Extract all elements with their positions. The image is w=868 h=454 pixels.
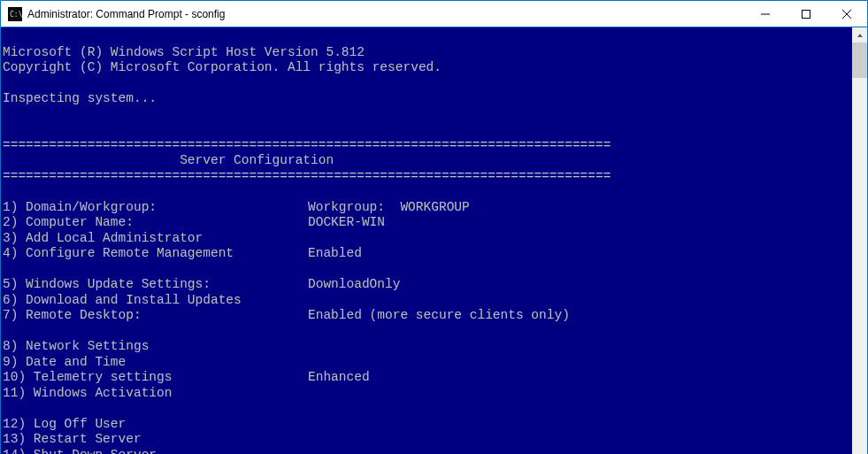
menu-item: 8) Network Settings (3, 339, 850, 355)
banner-rule: ========================================… (3, 138, 611, 154)
vertical-scrollbar[interactable] (852, 27, 867, 454)
window-frame: C:\ Administrator: Command Prompt - scon… (0, 0, 868, 454)
scroll-thumb[interactable] (852, 42, 867, 78)
banner-rule: ========================================… (3, 169, 611, 185)
menu-item: 2) Computer Name:DOCKER-WIN (3, 215, 850, 231)
menu-list: 1) Domain/Workgroup:Workgroup: WORKGROUP… (3, 200, 850, 455)
menu-item: 5) Windows Update Settings:DownloadOnly (3, 277, 850, 293)
menu-item-value: Enhanced (308, 370, 370, 384)
banner-title: Server Configuration (3, 153, 334, 169)
window-title: Administrator: Command Prompt - sconfig (27, 8, 225, 20)
menu-item: 13) Restart Server (3, 432, 850, 448)
client-area: Microsoft (R) Windows Script Host Versio… (1, 27, 867, 454)
menu-item: 9) Date and Time (3, 355, 850, 371)
menu-item-label: 7) Remote Desktop: (3, 308, 308, 324)
menu-item: 12) Log Off User (3, 417, 850, 433)
menu-item-label: 6) Download and Install Updates (3, 293, 308, 309)
menu-item: 6) Download and Install Updates (3, 293, 850, 309)
menu-item (3, 262, 850, 278)
menu-item-label: 13) Restart Server (3, 432, 308, 448)
menu-item-value: DownloadOnly (308, 277, 400, 291)
menu-item-label: 8) Network Settings (3, 339, 308, 355)
menu-item-value: Enabled (more secure clients only) (308, 308, 570, 322)
menu-item-value: Enabled (308, 246, 362, 260)
menu-item-label: 12) Log Off User (3, 417, 308, 433)
menu-item: 7) Remote Desktop:Enabled (more secure c… (3, 308, 850, 324)
menu-item: 3) Add Local Administrator (3, 231, 850, 247)
close-button[interactable] (826, 1, 867, 27)
minimize-button[interactable] (745, 1, 786, 27)
menu-item-label: 1) Domain/Workgroup: (3, 200, 308, 216)
header-line: Copyright (C) Microsoft Corporation. All… (3, 60, 442, 76)
svg-text:C:\: C:\ (10, 11, 22, 19)
menu-item: 10) Telemetry settingsEnhanced (3, 370, 850, 386)
menu-item: 14) Shut Down Server (3, 448, 850, 455)
header-line: Microsoft (R) Windows Script Host Versio… (3, 45, 365, 61)
menu-item-label: 5) Windows Update Settings: (3, 277, 308, 293)
menu-item-value: DOCKER-WIN (308, 215, 385, 229)
scroll-up-arrow-icon[interactable] (852, 27, 867, 42)
menu-item-label: 10) Telemetry settings (3, 370, 308, 386)
menu-item-label: 2) Computer Name: (3, 215, 308, 231)
menu-item-label: 11) Windows Activation (3, 386, 308, 402)
maximize-button[interactable] (786, 1, 826, 27)
menu-item: 1) Domain/Workgroup:Workgroup: WORKGROUP (3, 200, 850, 216)
status-line: Inspecting system... (3, 91, 157, 107)
menu-item: 11) Windows Activation (3, 386, 850, 402)
console-output[interactable]: Microsoft (R) Windows Script Host Versio… (1, 27, 852, 454)
titlebar[interactable]: C:\ Administrator: Command Prompt - scon… (1, 1, 867, 27)
menu-item (3, 324, 850, 340)
menu-item-label: 3) Add Local Administrator (3, 231, 308, 247)
menu-item (3, 401, 850, 417)
svg-marker-7 (857, 34, 863, 37)
menu-item-label: 14) Shut Down Server (3, 448, 308, 455)
menu-item-label: 4) Configure Remote Management (3, 246, 308, 262)
svg-rect-4 (803, 10, 810, 18)
menu-item: 4) Configure Remote ManagementEnabled (3, 246, 850, 262)
menu-item-label: 9) Date and Time (3, 355, 308, 371)
menu-item-value: Workgroup: WORKGROUP (308, 200, 470, 214)
cmd-icon: C:\ (8, 7, 22, 21)
